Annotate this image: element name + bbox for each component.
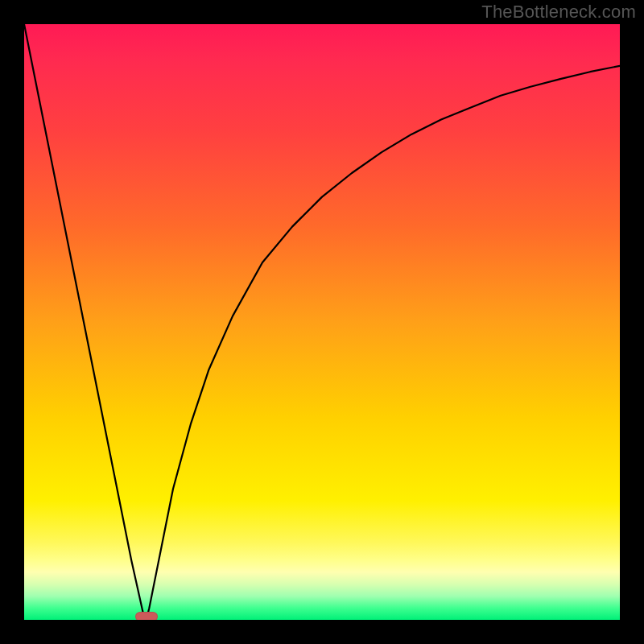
minimum-marker: [135, 612, 158, 620]
plot-area: [24, 24, 620, 620]
bottleneck-curve: [24, 24, 620, 620]
curve-svg: [24, 24, 620, 620]
chart-frame: TheBottleneck.com: [0, 0, 644, 644]
watermark-text: TheBottleneck.com: [481, 2, 636, 23]
